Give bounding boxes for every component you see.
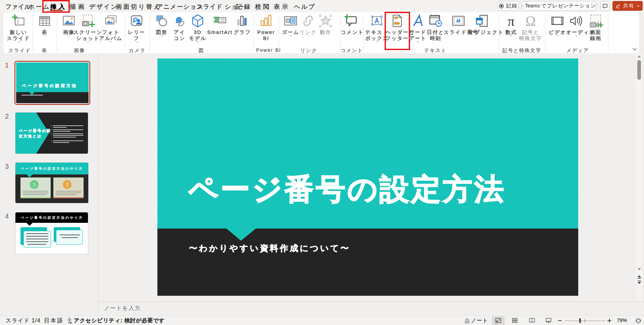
svg-text:Ω: Ω xyxy=(526,13,536,28)
svg-text:π: π xyxy=(508,13,515,28)
